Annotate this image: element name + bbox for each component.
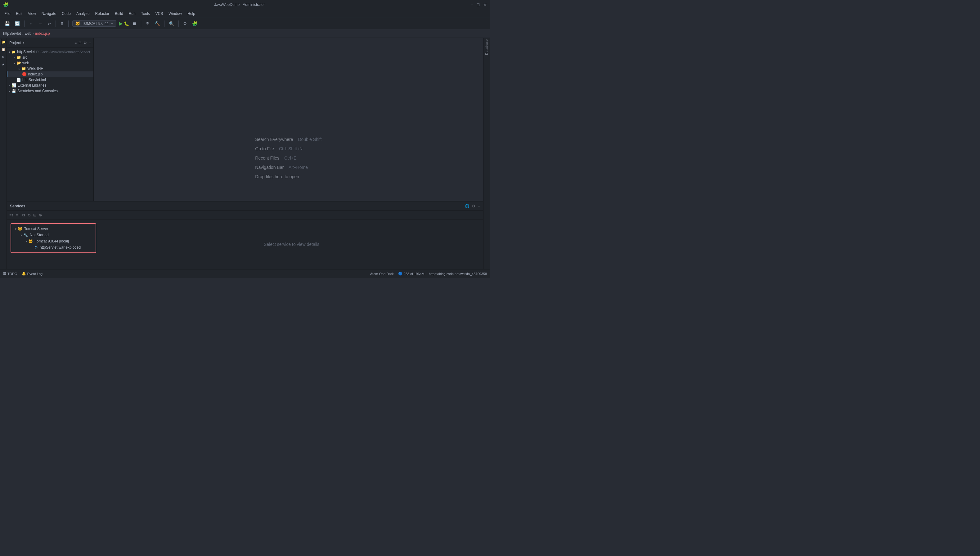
status-memory[interactable]: 🔵 268 of 1964M xyxy=(398,272,424,276)
status-todo[interactable]: ☰ TODO xyxy=(3,272,18,276)
tree-root[interactable]: ▾ 📁 httpServlet D:\Code\JavaWebDemo\http… xyxy=(7,49,93,55)
sync-button[interactable]: 🔄 xyxy=(13,20,22,27)
status-theme[interactable]: Atom One Dark xyxy=(370,272,394,276)
menu-edit[interactable]: Edit xyxy=(13,11,25,17)
plugins-button[interactable]: 🧩 xyxy=(190,20,199,27)
close-button[interactable]: ✕ xyxy=(483,2,487,7)
status-url[interactable]: https://blog.csdn.net/weixin_45709358 xyxy=(429,272,487,276)
status-bar-right: Atom One Dark 🔵 268 of 1964M https://blo… xyxy=(370,272,487,276)
tomcat-server-arrow: ▾ xyxy=(15,227,16,231)
back-button[interactable]: ← xyxy=(27,20,35,27)
root-folder-icon: 📁 xyxy=(11,50,16,54)
activity-structure[interactable]: 📋 xyxy=(1,47,6,52)
menu-help[interactable]: Help xyxy=(185,11,198,17)
todo-status-icon: ☰ xyxy=(3,272,6,276)
webinf-folder-icon: 📁 xyxy=(21,66,26,71)
forward-button[interactable]: → xyxy=(36,20,44,27)
sidebar-dropdown-arrow[interactable]: ▾ xyxy=(23,40,24,45)
event-log-icon: 🔔 xyxy=(22,272,26,276)
menu-bar: File Edit View Navigate Code Analyze Ref… xyxy=(0,9,490,18)
settings-button[interactable]: ⚙ xyxy=(181,20,189,27)
title-bar: 🧩 JavaWebDemo - Administrator − □ ✕ xyxy=(0,0,490,9)
breadcrumb-bar: httpServlet › web › index.jsp xyxy=(0,29,490,38)
menu-view[interactable]: View xyxy=(26,11,39,17)
webinf-name: WEB-INF xyxy=(27,66,43,71)
svc-not-started[interactable]: ▾ 🔧 Not Started xyxy=(13,232,94,238)
tree-scratches[interactable]: ▸ 💾 Scratches and Consoles xyxy=(7,88,93,94)
expand-button[interactable]: ⊞ xyxy=(79,40,82,45)
run-button[interactable]: ▶ xyxy=(119,21,122,26)
panel-minimize-button[interactable]: − xyxy=(478,204,480,208)
breadcrumb-web[interactable]: web xyxy=(24,31,31,36)
maximize-button[interactable]: □ xyxy=(477,2,479,7)
status-todo-label: TODO xyxy=(8,272,18,276)
src-name: src xyxy=(23,55,27,60)
tree-src[interactable]: ▸ 📁 src xyxy=(7,55,93,60)
menu-navigate[interactable]: Navigate xyxy=(39,11,59,17)
svc-collapse-all[interactable]: ≡↑ xyxy=(9,213,13,217)
stop-button[interactable]: ⏹ xyxy=(131,20,139,27)
minimize-button[interactable]: − xyxy=(471,2,473,7)
svc-filter[interactable]: ⊘ xyxy=(27,213,31,217)
breadcrumb-sep-2: › xyxy=(32,31,34,36)
save-all-button[interactable]: 💾 xyxy=(3,20,11,27)
hint-dropfiles-label: Drop files here to open xyxy=(255,174,299,179)
bottom-panel-title: Services xyxy=(10,204,25,208)
src-arrow: ▸ xyxy=(14,56,15,59)
menu-build[interactable]: Build xyxy=(112,11,126,17)
tomcat-local-arrow: ▾ xyxy=(26,240,27,243)
svc-hide[interactable]: ⊟ xyxy=(33,213,36,217)
collapse-all-button[interactable]: ≡ xyxy=(74,40,77,45)
not-started-label: Not Started xyxy=(30,233,49,237)
activity-services[interactable]: ⚙ xyxy=(1,54,6,60)
bottom-panel: Services 🌐 ⚙ − ≡↑ ≡↓ ⧉ ⊘ ⊟ ⊕ ▾ 🐱 Tomcat … xyxy=(7,201,483,269)
editor-hints: Search Everywhere Double Shift Go to Fil… xyxy=(255,137,321,179)
status-bar-left: ☰ TODO 🔔 Event Log xyxy=(3,272,42,276)
hint-search-shortcut: Double Shift xyxy=(298,137,321,142)
menu-code[interactable]: Code xyxy=(59,11,73,17)
extlibs-name: External Libraries xyxy=(18,83,46,87)
tomcat-server-label: Tomcat Server xyxy=(24,226,48,231)
bottom-panel-actions: 🌐 ⚙ − xyxy=(465,204,480,208)
search-button[interactable]: 🔍 xyxy=(167,20,176,27)
war-label: httpServlet:war exploded xyxy=(40,245,81,250)
svc-tomcat-local[interactable]: ▾ 🐱 Tomcat 9.0.44 [local] xyxy=(13,238,94,244)
build-button[interactable]: 🔨 xyxy=(153,20,162,27)
hint-nav-bar: Navigation Bar Alt+Home xyxy=(255,165,308,170)
status-event-log[interactable]: 🔔 Event Log xyxy=(22,272,43,276)
tree-extlibs[interactable]: ▸ 📊 External Libraries xyxy=(7,82,93,88)
svc-add[interactable]: ⊕ xyxy=(39,213,42,217)
hint-recentfiles-shortcut: Ctrl+E xyxy=(284,155,297,160)
debug-button[interactable]: 🐛 xyxy=(124,21,129,26)
activity-favorites[interactable]: ★ xyxy=(1,61,6,67)
menu-analyze[interactable]: Analyze xyxy=(74,11,92,17)
svc-expand-all[interactable]: ≡↓ xyxy=(16,213,20,217)
sidebar-close-button[interactable]: − xyxy=(89,40,91,45)
git-button[interactable]: ⬆ xyxy=(58,20,66,27)
svc-group[interactable]: ⧉ xyxy=(23,213,25,217)
coverage-button[interactable]: ☂ xyxy=(143,20,152,27)
open-in-browser-button[interactable]: 🌐 xyxy=(465,204,469,208)
hint-navbar-label: Navigation Bar xyxy=(255,165,284,170)
activity-project[interactable]: 📁 xyxy=(1,39,6,45)
menu-refactor[interactable]: Refactor xyxy=(93,11,112,17)
menu-vcs[interactable]: VCS xyxy=(153,11,166,17)
undo-button[interactable]: ↩ xyxy=(46,20,53,27)
menu-file[interactable]: File xyxy=(2,11,13,17)
tree-webinf[interactable]: ▸ 📁 WEB-INF xyxy=(7,66,93,71)
panel-settings-button[interactable]: ⚙ xyxy=(472,204,475,208)
menu-run[interactable]: Run xyxy=(126,11,138,17)
run-config-selector[interactable]: 🐱 TOMCAT 9.0.44 ▼ xyxy=(72,20,116,27)
svc-war-exploded[interactable]: ▸ ⚙ httpServlet:war exploded xyxy=(13,244,94,251)
hint-recent-files: Recent Files Ctrl+E xyxy=(255,155,297,160)
tree-web[interactable]: ▾ 📂 web xyxy=(7,60,93,66)
svc-tomcat-server[interactable]: ▾ 🐱 Tomcat Server xyxy=(13,226,94,232)
breadcrumb-file[interactable]: index.jsp xyxy=(35,31,50,36)
breadcrumb-root[interactable]: httpServlet xyxy=(3,31,21,36)
menu-window[interactable]: Window xyxy=(166,11,184,17)
sidebar-settings-button[interactable]: ⚙ xyxy=(84,40,87,45)
menu-tools[interactable]: Tools xyxy=(139,11,152,17)
tree-iml[interactable]: ▸ 📄 httpServlet.iml xyxy=(7,77,93,82)
right-bar-database[interactable]: Database xyxy=(485,39,488,55)
tree-index-jsp[interactable]: ▸ 🔴 index.jsp xyxy=(7,71,93,77)
